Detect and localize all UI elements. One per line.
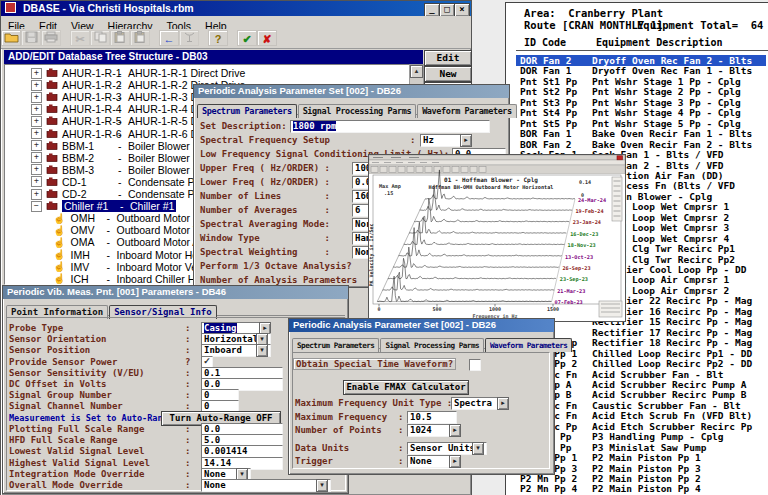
dropdown-down-arrow-icon[interactable]: ▾ xyxy=(316,479,328,492)
equipment-row[interactable]: Pnt St1 PpPnt Wshr Stage 1 Pp - Cplg xyxy=(520,76,741,87)
tab-spectrum-parameters[interactable]: Spectrum Parameters xyxy=(197,104,297,118)
enable-fmax-calculator-button[interactable]: Enable FMAX Calculator xyxy=(343,380,469,395)
transfer-icon[interactable] xyxy=(179,30,199,46)
tree-item[interactable]: −Chiller #1-Chiller #1 xyxy=(31,200,176,212)
field-value-set-description[interactable]: 1800 rpm xyxy=(290,120,490,133)
field-row-obtain-special-time-waveform: Obtain Special Time Waveform? xyxy=(289,359,554,371)
equipment-id: Pnt St1 Pp xyxy=(520,76,592,87)
main-window-title: DBASE - Via Christi Hospitals.rbm xyxy=(23,2,194,14)
field-value-number-of-points[interactable]: 1024 xyxy=(407,424,451,437)
tree-expand-icon[interactable]: + xyxy=(31,80,42,91)
new-button[interactable]: New xyxy=(424,66,472,82)
equipment-row[interactable]: P2 Mn Pp 4P2 Main Piston Pp 4 xyxy=(520,483,701,494)
tree-item-label: - xyxy=(120,200,130,212)
equipment-description: P2 Main Piston Pp 3 xyxy=(592,463,701,474)
svg-text:1500: 1500 xyxy=(547,306,559,312)
tree-expand-icon[interactable]: + xyxy=(31,128,42,139)
tab-signal-processing-parms[interactable]: Signal Processing Parms xyxy=(298,104,417,118)
column-header-description: Equipment Description xyxy=(596,37,722,48)
close-button[interactable]: × xyxy=(454,3,470,17)
field-row-data-units: Data Units :Sensor Units▾ xyxy=(289,442,554,454)
dropdown-right-arrow-icon[interactable]: ▸ xyxy=(449,455,461,468)
field-colon: : xyxy=(185,469,190,479)
accept-check-icon: ✔ xyxy=(242,33,251,45)
tree-panel-title: ADD/EDIT Database Tree Structure - DB03 xyxy=(4,50,423,64)
cancel-x-icon[interactable]: ✘ xyxy=(257,30,277,46)
equipment-row[interactable]: Pnt St3 PpPnt Wshr Stage 3 Pp - Cplg xyxy=(520,97,741,108)
edit-button[interactable]: Edit xyxy=(424,50,472,66)
help-icon[interactable]: ? xyxy=(208,30,228,46)
field-colon: : xyxy=(185,424,190,434)
equipment-description: Pnt Wshr Stage 4 Pp - Cplg xyxy=(592,107,741,118)
tree-expand-icon[interactable]: + xyxy=(31,68,42,79)
accept-check-icon[interactable]: ✔ xyxy=(237,30,257,46)
svg-text:Max Amp: Max Amp xyxy=(379,183,401,190)
tree-expand-icon[interactable]: + xyxy=(31,116,42,127)
tab-waveform-parameters[interactable]: Waveform Parameters xyxy=(417,104,517,118)
tree-item-label: CD-1 xyxy=(62,176,118,188)
tree-child-item[interactable]: ☝OMA-Outboard Motor Axial xyxy=(53,236,215,248)
field-value-trigger[interactable]: None xyxy=(407,455,451,468)
maximize-button[interactable]: □ xyxy=(439,3,455,17)
svg-text:21-Mar-23: 21-Mar-23 xyxy=(557,288,585,294)
tab-spectrum-parameters[interactable]: Spectrum Parameters xyxy=(292,338,379,352)
measurement-point-hand-icon: ☝ xyxy=(53,213,65,224)
field-value-text: 0.0 xyxy=(204,379,220,389)
equipment-row[interactable]: Pnt St4 PpPnt Wshr Stage 4 Pp - Cplg xyxy=(520,107,741,118)
equipment-row[interactable]: BOR Fan 1Bake Oven Recir Fan 1 - Blts xyxy=(520,128,752,139)
tree-expand-icon[interactable]: − xyxy=(31,201,42,212)
field-colon: : xyxy=(185,401,190,411)
db26-waveform-tabs: Spectrum ParametersSignal Processing Par… xyxy=(292,334,551,349)
tree-expand-icon[interactable]: + xyxy=(31,189,42,200)
equipment-row[interactable]: BOR Fan 2Bake Oven Recir Fan 2 - Blts xyxy=(520,139,752,150)
dropdown-right-arrow-icon[interactable]: ▸ xyxy=(497,397,509,410)
tree-expand-icon[interactable]: + xyxy=(31,140,42,151)
field-value-text: None xyxy=(204,480,226,490)
menu-bar: FileEditViewHierarchyToolsHelp xyxy=(1,16,471,30)
print-icon[interactable] xyxy=(41,30,61,46)
scroll-up-icon[interactable]: ▲ xyxy=(410,65,423,78)
tree-expand-icon[interactable]: + xyxy=(31,104,42,115)
equipment-row[interactable]: Pnt St2 PpPnt Wshr Stage 2 Pp - Cplg xyxy=(520,86,741,97)
checkbox-obtain-special-time-waveform[interactable] xyxy=(469,359,481,371)
machine-icon xyxy=(46,67,58,79)
save-icon[interactable] xyxy=(21,30,41,46)
open-file-icon[interactable] xyxy=(1,30,21,46)
db26-waveform-title: Periodic Analysis Parameter Set [002] - … xyxy=(293,319,496,330)
field-value-spectral-frequency-setup[interactable]: Hz xyxy=(420,134,462,147)
tab-signal-processing-parms[interactable]: Signal Processing Parms xyxy=(380,338,484,352)
paste-special-icon[interactable] xyxy=(130,30,150,46)
equipment-row[interactable]: DOR Fan 2Dryoff Oven Rec Fan 2 - Blts xyxy=(516,55,766,66)
svg-text:18-Nov-23: 18-Nov-23 xyxy=(568,242,596,248)
field-value-maximum-frequency-unit-type[interactable]: Spectra xyxy=(451,397,499,410)
field-label-perform-1-3-octave-analysis: Perform 1/3 Octave Analysis? xyxy=(200,261,352,271)
dropdown-right-arrow-icon[interactable]: ▸ xyxy=(460,134,472,147)
tree-item-label: - xyxy=(118,79,128,91)
field-label-lower-freq-hz-order: Lower Freq ( Hz/ORDER) : xyxy=(200,177,330,187)
back-arrow-icon[interactable]: ← xyxy=(159,30,179,46)
dropdown-right-arrow-icon[interactable]: ▸ xyxy=(449,424,461,437)
field-label-maximum-frequency: Maximum Frequency : xyxy=(295,412,403,422)
field-value-text: Inboard xyxy=(204,345,242,355)
field-value-maximum-frequency[interactable]: 10.5 xyxy=(407,411,457,424)
chart-close-icon[interactable] xyxy=(617,155,623,160)
field-value-overall-mode-override[interactable]: None xyxy=(201,479,331,492)
machine-icon xyxy=(46,152,58,164)
tree-expand-icon[interactable]: + xyxy=(31,152,42,163)
dropdown-down-arrow-icon[interactable]: ▾ xyxy=(472,442,484,455)
paste-icon[interactable] xyxy=(110,30,130,46)
tree-expand-icon[interactable]: + xyxy=(31,164,42,175)
tree-expand-icon[interactable]: + xyxy=(31,176,42,187)
equipment-row[interactable]: Pnt St5 PpPnt Wshr Stage 5 Pp - Cplg xyxy=(520,118,741,129)
cut-icon[interactable]: ✂ xyxy=(70,30,90,46)
tree-item-label: - xyxy=(118,115,128,127)
tree-item-label: AHUR-1-R-3 xyxy=(62,91,118,103)
tree-item[interactable]: +AHUR-1-R-1-AHUR-1-R-1 Direct Drive xyxy=(31,67,245,79)
tree-expand-icon[interactable]: + xyxy=(31,92,42,103)
tab-waveform-parameters[interactable]: Waveform Parameters xyxy=(485,338,572,352)
equipment-row[interactable]: DOR Fan 1Dryoff Oven Rec Fan 1 - Blts xyxy=(520,65,752,76)
minimize-button[interactable]: _ xyxy=(424,3,440,17)
copy-icon[interactable] xyxy=(90,30,110,46)
tree-item-label: - xyxy=(106,236,116,248)
equipment-description: Chilled Loop Recirc Pp1 - DD xyxy=(592,348,752,359)
